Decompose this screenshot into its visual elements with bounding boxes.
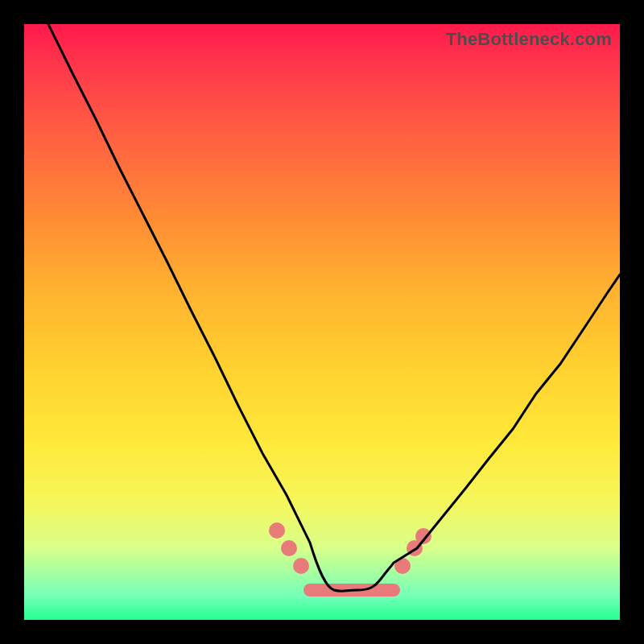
svg-point-1 bbox=[281, 540, 297, 556]
gradient-plot-area: TheBottleneck.com bbox=[24, 24, 620, 620]
svg-point-2 bbox=[293, 558, 309, 574]
bottleneck-curve-line bbox=[48, 24, 620, 591]
outer-frame: TheBottleneck.com bbox=[0, 0, 644, 644]
svg-point-0 bbox=[269, 522, 285, 539]
bottleneck-curve-svg bbox=[24, 24, 620, 620]
